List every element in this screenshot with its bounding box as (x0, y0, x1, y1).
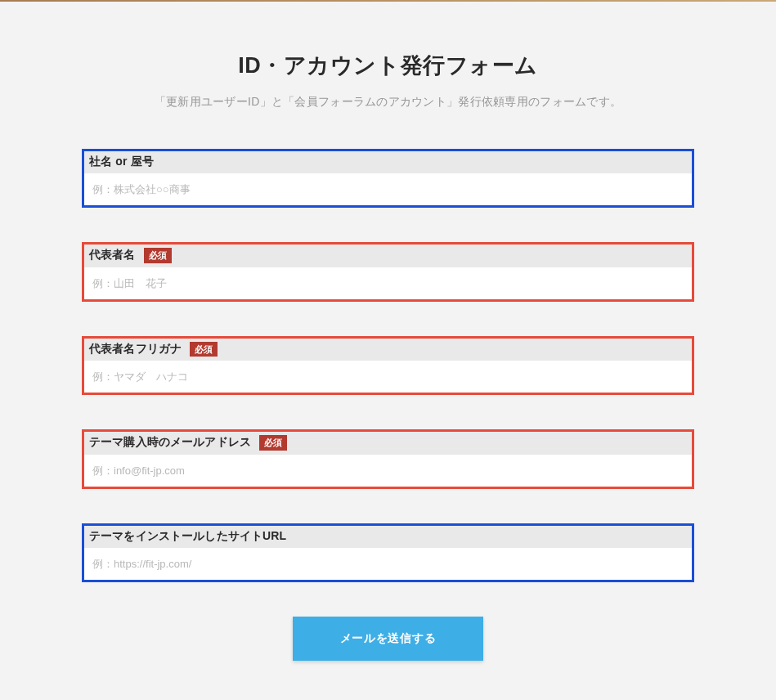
submit-row: メールを送信する (82, 617, 694, 661)
rep-name-input[interactable] (84, 267, 692, 299)
form-container: ID・アカウント発行フォーム 「更新用ユーザーID」と「会員フォーラムのアカウン… (0, 2, 776, 693)
required-badge: 必須 (190, 342, 218, 357)
email-input[interactable] (84, 455, 692, 487)
rep-kana-label: 代表者名フリガナ (89, 342, 182, 357)
field-label-row: 代表者名フリガナ 必須 (84, 339, 692, 361)
rep-name-label: 代表者名 (89, 248, 136, 262)
field-rep-name: 代表者名 必須 (82, 242, 694, 302)
page-title: ID・アカウント発行フォーム (82, 51, 694, 80)
field-email: テーマ購入時のメールアドレス 必須 (82, 429, 694, 489)
required-badge: 必須 (144, 248, 172, 263)
field-label-row: テーマをインストールしたサイトURL (84, 526, 692, 548)
field-label-row: 社名 or 屋号 (84, 151, 692, 173)
field-label-row: 代表者名 必須 (84, 245, 692, 267)
field-site-url: テーマをインストールしたサイトURL (82, 523, 694, 582)
page-subtitle: 「更新用ユーザーID」と「会員フォーラムのアカウント」発行依頼専用のフォームです… (82, 95, 694, 110)
company-input[interactable] (84, 173, 692, 205)
field-company: 社名 or 屋号 (82, 149, 694, 208)
site-url-label: テーマをインストールしたサイトURL (89, 529, 286, 544)
required-badge: 必須 (259, 435, 287, 451)
id-account-form: 社名 or 屋号 代表者名 必須 代表者名フリガナ 必須 テーマ購入時のメールア… (82, 149, 694, 661)
company-label: 社名 or 屋号 (89, 155, 154, 169)
submit-button[interactable]: メールを送信する (293, 617, 484, 661)
email-label: テーマ購入時のメールアドレス (89, 435, 251, 450)
rep-kana-input[interactable] (84, 361, 692, 393)
field-rep-kana: 代表者名フリガナ 必須 (82, 336, 694, 396)
field-label-row: テーマ購入時のメールアドレス 必須 (84, 432, 692, 455)
site-url-input[interactable] (84, 548, 692, 580)
